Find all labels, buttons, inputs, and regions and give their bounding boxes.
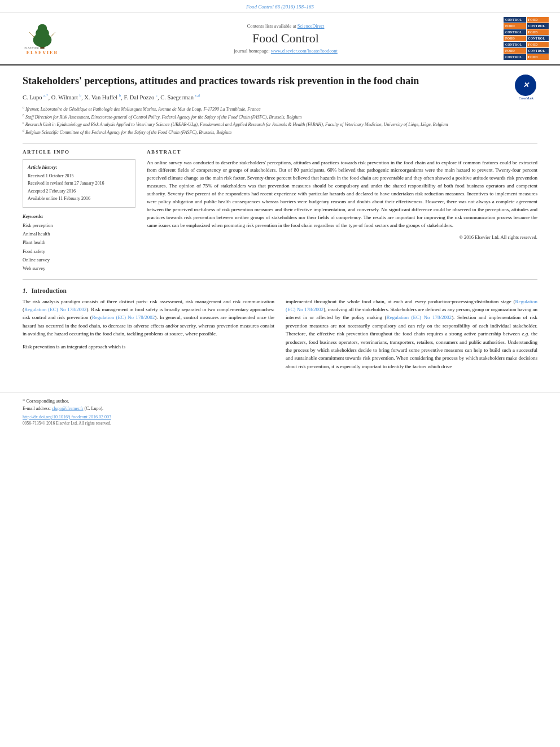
abstract-heading: ABSTRACT xyxy=(147,149,537,155)
stripe-11: FOOD xyxy=(504,48,526,54)
crossmark-icon: ✕ xyxy=(523,81,529,90)
crossmark-label: CrossMark xyxy=(515,97,537,100)
elsevier-tree-icon: ELSEVIER xyxy=(20,22,65,50)
regulation-link-4[interactable]: Regulation (EC) No 178/2002 xyxy=(387,314,452,320)
header-center: Contents lists available at ScienceDirec… xyxy=(73,23,498,54)
sciencedirect-link[interactable]: ScienceDirect xyxy=(298,23,325,29)
food-control-stripes: CONTROL FOOD FOOD CONTROL CONTROL FOOD F… xyxy=(504,17,549,60)
page-footer: * Corresponding author. E-mail address: … xyxy=(0,392,560,431)
article-info-abstract: ARTICLE INFO Article history: Received 1… xyxy=(23,149,537,273)
divider-2 xyxy=(23,279,537,279)
svg-point-3 xyxy=(38,24,47,32)
stripe-9: CONTROL xyxy=(504,42,526,47)
intro-col-left: The risk analysis paradigm consists of t… xyxy=(23,298,274,375)
article-info-heading: ARTICLE INFO xyxy=(23,149,135,155)
contents-line: Contents lists available at ScienceDirec… xyxy=(73,23,498,29)
footer-links: http://dx.doi.org/10.1016/j.foodcont.201… xyxy=(23,414,537,426)
keyword-5: Online survey xyxy=(23,256,135,264)
keyword-4: Food safety xyxy=(23,247,135,256)
logo-area: ELSEVIER ELSEVIER xyxy=(11,22,73,55)
crossmark-badge: ✕ CrossMark xyxy=(515,75,537,97)
keywords-label: Keywords: xyxy=(23,213,135,219)
stripe-13: CONTROL xyxy=(504,54,526,60)
intro-body: The risk analysis paradigm consists of t… xyxy=(23,298,537,375)
keyword-3: Plant health xyxy=(23,238,135,247)
stripe-6: FOOD xyxy=(527,29,549,35)
journal-homepage-link[interactable]: www.elsevier.com/locate/foodcont xyxy=(271,48,338,54)
intro-title: 1. Introduction xyxy=(23,287,537,294)
header-right: CONTROL FOOD FOOD CONTROL CONTROL FOOD F… xyxy=(498,17,549,60)
abstract-text: An online survey was conducted to descri… xyxy=(147,159,537,230)
article-info-box: Article history: Received 1 October 2015… xyxy=(23,159,135,208)
svg-line-4 xyxy=(29,32,34,37)
article-history-label: Article history: xyxy=(28,164,130,170)
authors-line: C. Lupo a,*, O. Wilmart b, X. Van Huffel… xyxy=(23,93,537,101)
stripe-3: FOOD xyxy=(504,23,526,29)
section-num: 1. xyxy=(23,287,28,294)
paper-content: Stakeholders' perceptions, attitudes and… xyxy=(0,65,560,386)
journal-main-title: Food Control xyxy=(73,31,498,46)
stripe-4: CONTROL xyxy=(527,23,549,29)
keyword-2: Animal health xyxy=(23,230,135,238)
article-title-area: Stakeholders' perceptions, attitudes and… xyxy=(23,75,537,88)
footer-issn: 0956-7135/© 2016 Elsevier Ltd. All right… xyxy=(23,421,537,426)
footer-doi[interactable]: http://dx.doi.org/10.1016/j.foodcont.201… xyxy=(23,414,537,420)
regulation-link-1[interactable]: Regulation (EC) No 178/2002 xyxy=(24,307,86,312)
svg-text:ELSEVIER: ELSEVIER xyxy=(24,46,39,50)
elsevier-label: ELSEVIER xyxy=(27,50,58,55)
stripe-8: CONTROL xyxy=(527,36,549,41)
intro-col-right: implemented throughout the whole food ch… xyxy=(286,298,537,375)
stripe-1: CONTROL xyxy=(504,17,526,23)
journal-top-bar: Food Control 66 (2016) 158–165 xyxy=(0,0,560,12)
stripe-12: CONTROL xyxy=(527,48,549,54)
section-label: Introduction xyxy=(32,287,67,294)
stripe-2: FOOD xyxy=(527,17,549,23)
footnote-star: * Corresponding author. xyxy=(23,398,537,404)
col-left: ARTICLE INFO Article history: Received 1… xyxy=(23,149,135,273)
copyright-line: © 2016 Elsevier Ltd. All rights reserved… xyxy=(147,234,537,240)
stripe-10: FOOD xyxy=(527,42,549,47)
journal-ref: Food Control 66 (2016) 158–165 xyxy=(246,4,314,10)
accepted-date: Accepted 2 February 2016 xyxy=(28,187,130,195)
article-title: Stakeholders' perceptions, attitudes and… xyxy=(23,75,537,88)
regulation-link-2[interactable]: Regulation (EC) No 178/2002 xyxy=(92,314,155,320)
affiliations: a Ifremer, Laboratoire de Génétique et P… xyxy=(23,105,537,136)
stripe-5: CONTROL xyxy=(504,29,526,35)
homepage-line: journal homepage: www.elsevier.com/locat… xyxy=(73,48,498,54)
keyword-1: Risk perception xyxy=(23,221,135,230)
footnote-email: E-mail address: clupo@ifremer.fr (C. Lup… xyxy=(23,406,537,411)
keywords-box: Keywords: Risk perception Animal health … xyxy=(23,213,135,273)
received-date: Received 1 October 2015 xyxy=(28,172,130,180)
available-date: Available online 11 February 2016 xyxy=(28,195,130,203)
regulation-link-3[interactable]: Regulation (EC) No 178/2002 xyxy=(286,299,537,312)
svg-line-5 xyxy=(50,32,55,37)
doi-link[interactable]: http://dx.doi.org/10.1016/j.foodcont.201… xyxy=(23,414,111,420)
stripe-7: FOOD xyxy=(504,36,526,41)
stripe-14: FOOD xyxy=(527,54,549,60)
introduction-section: 1. Introduction The risk analysis paradi… xyxy=(23,287,537,375)
keyword-6: Web survey xyxy=(23,264,135,273)
journal-header: ELSEVIER ELSEVIER Contents lists availab… xyxy=(0,12,560,65)
divider-1 xyxy=(23,143,537,143)
col-right: ABSTRACT An online survey was conducted … xyxy=(147,149,537,273)
received-revised-date: Received in revised form 27 January 2016 xyxy=(28,180,130,187)
email-link[interactable]: clupo@ifremer.fr xyxy=(52,406,84,411)
